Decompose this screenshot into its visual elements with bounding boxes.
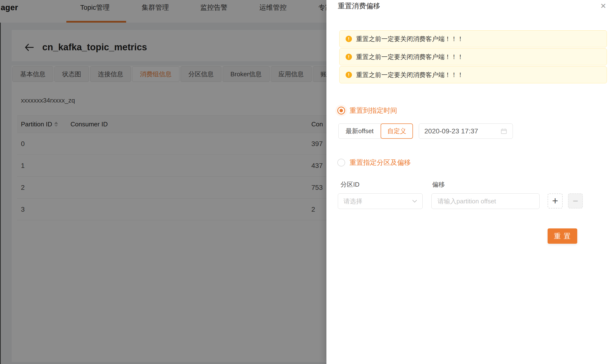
custom-offset-button[interactable]: 自定义 — [381, 123, 413, 139]
warning-text: 重置之前一定要关闭消费客户端！！！ — [356, 53, 464, 61]
partition-offset-input[interactable] — [431, 194, 540, 209]
screen: ager Topic管理 集群管理 监控告警 运维管控 专家 cn_kafka_… — [0, 0, 612, 364]
radio-label: 重置到指定时间 — [350, 106, 397, 115]
drawer-mask[interactable] — [0, 0, 326, 364]
warning-icon: ! — [346, 72, 352, 78]
reset-offset-drawer: 重置消费偏移 ✕ ! 重置之前一定要关闭消费客户端！！！ ! 重置之前一定要关闭… — [326, 0, 612, 364]
radio-reset-to-time[interactable]: 重置到指定时间 — [337, 106, 397, 115]
warning-icon: ! — [346, 54, 352, 60]
radio-checked-icon — [337, 107, 345, 115]
close-icon[interactable]: ✕ — [598, 0, 609, 11]
warning-text: 重置之前一定要关闭消费客户端！！！ — [356, 35, 464, 43]
calendar-icon — [500, 128, 507, 135]
partition-select[interactable]: 请选择 — [338, 194, 423, 209]
warning-alert: ! 重置之前一定要关闭消费客户端！！！ — [339, 48, 607, 65]
warning-icon: ! — [346, 36, 352, 42]
reset-submit-button[interactable]: 重 置 — [547, 228, 577, 244]
add-row-button[interactable]: + — [547, 194, 563, 208]
radio-label: 重置指定分区及偏移 — [350, 158, 411, 167]
select-placeholder: 请选择 — [343, 197, 412, 206]
offset-mode-group: 最新offset 自定义 — [338, 123, 413, 139]
offset-label: 偏移 — [432, 180, 445, 189]
datetime-value: 2020-09-23 17:37 — [424, 127, 500, 135]
datetime-picker[interactable]: 2020-09-23 17:37 — [419, 123, 513, 139]
radio-reset-partition-offset[interactable]: 重置指定分区及偏移 — [337, 158, 411, 167]
partition-id-label: 分区ID — [340, 180, 359, 189]
chevron-down-icon — [412, 200, 417, 203]
radio-unchecked-icon — [337, 159, 345, 167]
drawer-title: 重置消费偏移 — [338, 1, 380, 11]
warning-alert: ! 重置之前一定要关闭消费客户端！！！ — [339, 66, 607, 83]
warning-text: 重置之前一定要关闭消费客户端！！！ — [356, 71, 464, 79]
remove-row-button[interactable]: − — [568, 194, 583, 208]
latest-offset-button[interactable]: 最新offset — [338, 123, 381, 139]
warning-alert: ! 重置之前一定要关闭消费客户端！！！ — [339, 30, 607, 47]
